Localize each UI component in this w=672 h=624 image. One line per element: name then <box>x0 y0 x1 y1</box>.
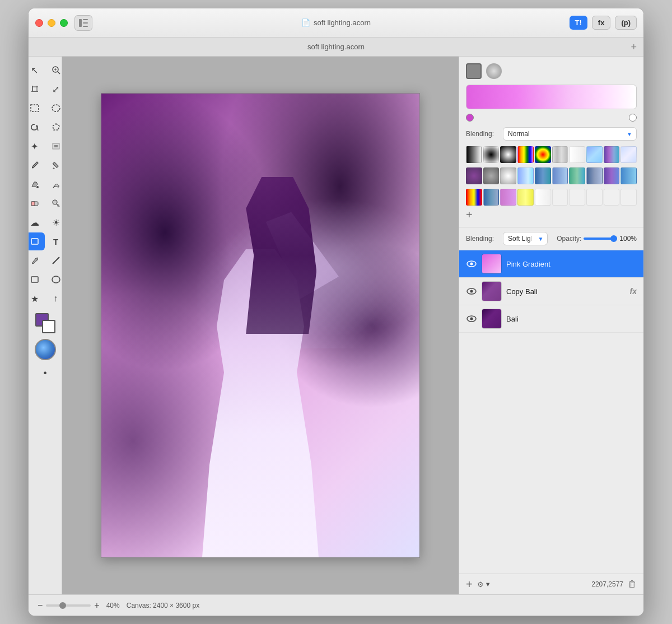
svg-point-38 <box>470 318 473 320</box>
eyedropper-button[interactable] <box>28 156 45 174</box>
gradient-swatch-8[interactable] <box>586 146 603 163</box>
tool-group-pen <box>28 252 66 269</box>
svg-line-28 <box>53 257 59 264</box>
layer-item-copy-bali[interactable]: Copy Bali fx <box>459 278 643 305</box>
tool-group-shapes: T <box>28 232 66 250</box>
svg-rect-19 <box>53 162 58 167</box>
gradient-swatch-9[interactable] <box>604 146 620 163</box>
layer-settings-button[interactable]: ⚙ ▼ <box>477 580 491 589</box>
gradient-swatch-empty5 <box>620 189 637 206</box>
gradient-swatch-22[interactable] <box>483 189 500 206</box>
minimize-button[interactable] <box>48 19 55 27</box>
lasso-tool-button[interactable] <box>28 118 45 136</box>
swap-colors-button[interactable]: ↺ <box>28 364 34 381</box>
layer-visibility-3[interactable] <box>466 313 477 324</box>
svg-point-30 <box>52 276 60 283</box>
radial-mode-button[interactable] <box>486 63 502 79</box>
gradient-swatch-5[interactable] <box>535 146 551 163</box>
status-bar: − + 40% Canvas: 2400 × 3600 px <box>29 594 643 616</box>
tool-group-paint <box>28 175 66 193</box>
svg-point-18 <box>32 167 34 169</box>
gradient-swatch-23[interactable] <box>500 189 516 206</box>
gradient-swatch-11[interactable] <box>466 167 482 184</box>
gradient-swatch-25[interactable] <box>535 189 551 206</box>
gradient-swatches-row1 <box>466 146 637 163</box>
gradient-swatch-7[interactable] <box>569 146 585 163</box>
layer-coords: 2207,2577 <box>496 580 623 588</box>
gradient-stop-right[interactable] <box>629 114 637 122</box>
gradient-swatch-4[interactable] <box>517 146 534 163</box>
zoom-icon <box>52 66 60 74</box>
opacity-controls: Opacity: 100% <box>557 235 637 243</box>
layer-fx-button-2[interactable]: fx <box>630 287 637 296</box>
pencil-icon <box>52 161 60 170</box>
close-button[interactable] <box>35 19 43 27</box>
gradient-swatch-24[interactable] <box>517 189 534 206</box>
layer-item-pink-gradient[interactable]: Pink Gradient <box>459 250 643 278</box>
gradient-swatch-3[interactable] <box>500 146 516 163</box>
layer-visibility-1[interactable] <box>466 258 477 269</box>
effects-button[interactable]: fx <box>592 16 611 30</box>
add-gradient-button[interactable]: + <box>466 209 473 220</box>
add-layer-button[interactable]: + <box>466 579 473 590</box>
gradient-swatch-17[interactable] <box>569 167 585 184</box>
zoom-slider[interactable] <box>46 604 91 607</box>
gradient-swatch-13[interactable] <box>500 167 516 184</box>
gradient-swatch-2[interactable] <box>483 146 500 163</box>
layers-bottom: + ⚙ ▼ 2207,2577 🗑 <box>459 574 643 594</box>
eraser-button[interactable] <box>28 194 45 212</box>
background-color[interactable] <box>42 320 55 333</box>
tool-group-crop: ⤢ <box>28 80 66 98</box>
magic-wand-button[interactable]: ✦ <box>28 137 45 155</box>
maximize-button[interactable] <box>60 19 68 27</box>
gradient-swatch-19[interactable] <box>604 167 620 184</box>
layer-item-bali[interactable]: Bali <box>459 305 643 333</box>
layer-thumb-1 <box>482 254 502 274</box>
titlebar: 📄 soft lighting.acorn T! fx (p) <box>29 8 643 38</box>
opacity-slider[interactable] <box>584 238 617 240</box>
zoom-out-button[interactable]: − <box>38 601 43 610</box>
gradient-swatch-15[interactable] <box>535 167 551 184</box>
plugin-button[interactable]: (p) <box>615 16 637 30</box>
gradient-preview[interactable] <box>466 85 637 109</box>
rectangle-button[interactable] <box>28 232 45 250</box>
rect-shape-button[interactable] <box>28 271 45 288</box>
text-style-button[interactable]: T! <box>570 16 587 30</box>
sidebar-icon <box>79 19 88 27</box>
delete-layer-button[interactable]: 🗑 <box>628 579 637 589</box>
blending-select[interactable]: Normal Multiply Screen Overlay Soft Ligh… <box>503 127 637 141</box>
zoom-in-button[interactable]: + <box>94 601 99 610</box>
default-colors-button[interactable]: ● <box>35 364 55 381</box>
eye-icon-2 <box>466 288 477 295</box>
star-tool-button[interactable]: ★ <box>28 290 45 308</box>
new-tab-button[interactable]: + <box>631 42 637 52</box>
gradient-swatch-16[interactable] <box>552 167 568 184</box>
color-wheel-button[interactable] <box>35 339 56 360</box>
gradient-swatch-1[interactable] <box>466 146 482 163</box>
layers-blending-select[interactable]: Normal Multiply Screen Overlay Soft Ligh… <box>503 232 548 245</box>
paint-bucket-button[interactable] <box>28 175 45 193</box>
svg-rect-3 <box>83 26 88 27</box>
rectangle-icon <box>30 238 39 245</box>
arrow-tool-button[interactable]: ↖ <box>28 61 45 79</box>
eye-icon-3 <box>466 315 477 322</box>
gradient-swatch-10[interactable] <box>620 146 637 163</box>
gradient-swatch-12[interactable] <box>483 167 500 184</box>
tool-group-wand: ✦ <box>28 137 66 155</box>
layer-visibility-2[interactable] <box>466 286 477 297</box>
crop-tool-button[interactable] <box>28 80 45 98</box>
ellipse-shape-icon <box>52 276 60 283</box>
gradient-stop-left[interactable] <box>466 114 474 122</box>
sidebar-toggle-button[interactable] <box>74 15 92 31</box>
gradient-swatch-21[interactable] <box>466 189 482 206</box>
gradient-swatch-18[interactable] <box>586 167 603 184</box>
canvas-image <box>101 93 420 558</box>
layers-blending-wrapper: Normal Multiply Screen Overlay Soft Ligh… <box>503 232 548 245</box>
gradient-swatch-20[interactable] <box>620 167 637 184</box>
gradient-swatch-6[interactable] <box>552 146 568 163</box>
pen-tool-button[interactable] <box>28 252 45 269</box>
rect-select-button[interactable] <box>28 99 45 117</box>
solid-mode-button[interactable] <box>466 63 482 79</box>
blur-tool-button[interactable]: ☁ <box>28 213 45 231</box>
gradient-swatch-14[interactable] <box>517 167 534 184</box>
